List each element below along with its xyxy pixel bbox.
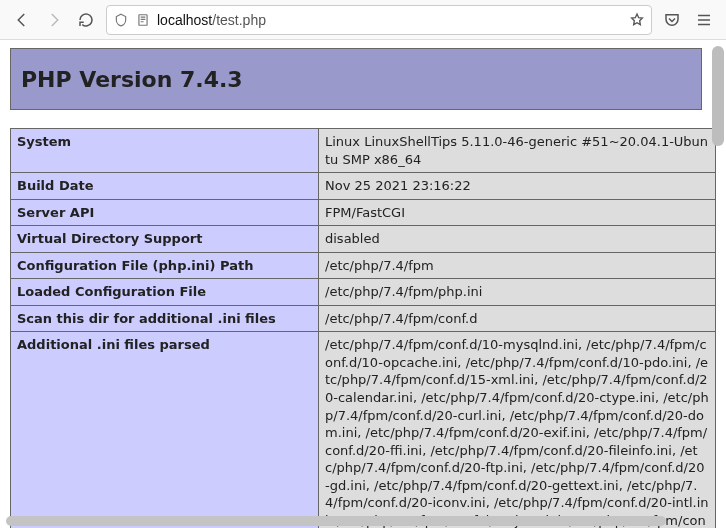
row-label: Scan this dir for additional .ini files: [11, 305, 319, 332]
table-row: System Linux LinuxShellTips 5.11.0-46-ge…: [11, 129, 716, 173]
save-to-pocket-button[interactable]: [660, 8, 684, 32]
vertical-scrollbar[interactable]: [712, 46, 724, 146]
row-label: System: [11, 129, 319, 173]
reload-button[interactable]: [74, 8, 98, 32]
viewport: PHP Version 7.4.3 System Linux LinuxShel…: [0, 40, 726, 528]
row-value: /etc/php/7.4/fpm/conf.d: [319, 305, 716, 332]
row-label: Loaded Configuration File: [11, 279, 319, 306]
hamburger-menu-button[interactable]: [692, 8, 716, 32]
row-value: Nov 25 2021 23:16:22: [319, 173, 716, 200]
table-row: Virtual Directory Support disabled: [11, 226, 716, 253]
url-text: localhost/test.php: [157, 12, 266, 28]
row-label: Configuration File (php.ini) Path: [11, 252, 319, 279]
row-value: disabled: [319, 226, 716, 253]
row-value: /etc/php/7.4/fpm/php.ini: [319, 279, 716, 306]
table-row: Additional .ini files parsed /etc/php/7.…: [11, 332, 716, 528]
url-bar[interactable]: localhost/test.php: [106, 5, 652, 35]
row-value: /etc/php/7.4/fpm/conf.d/10-mysqlnd.ini, …: [319, 332, 716, 528]
shield-icon: [113, 12, 129, 28]
row-label: Additional .ini files parsed: [11, 332, 319, 528]
page-icon: [135, 12, 151, 28]
phpinfo-header: PHP Version 7.4.3: [10, 48, 702, 110]
table-row: Build Date Nov 25 2021 23:16:22: [11, 173, 716, 200]
table-row: Configuration File (php.ini) Path /etc/p…: [11, 252, 716, 279]
horizontal-scrollbar[interactable]: [6, 516, 666, 526]
table-row: Loaded Configuration File /etc/php/7.4/f…: [11, 279, 716, 306]
page-title: PHP Version 7.4.3: [21, 67, 243, 92]
phpinfo-page: PHP Version 7.4.3 System Linux LinuxShel…: [0, 40, 726, 528]
table-row: Scan this dir for additional .ini files …: [11, 305, 716, 332]
row-value: FPM/FastCGI: [319, 199, 716, 226]
row-label: Server API: [11, 199, 319, 226]
row-label: Virtual Directory Support: [11, 226, 319, 253]
row-value: Linux LinuxShellTips 5.11.0-46-generic #…: [319, 129, 716, 173]
forward-button[interactable]: [42, 8, 66, 32]
phpinfo-table: System Linux LinuxShellTips 5.11.0-46-ge…: [10, 128, 716, 528]
table-row: Server API FPM/FastCGI: [11, 199, 716, 226]
row-value: /etc/php/7.4/fpm: [319, 252, 716, 279]
browser-toolbar: localhost/test.php: [0, 0, 726, 40]
bookmark-star-icon[interactable]: [629, 12, 645, 28]
back-button[interactable]: [10, 8, 34, 32]
row-label: Build Date: [11, 173, 319, 200]
